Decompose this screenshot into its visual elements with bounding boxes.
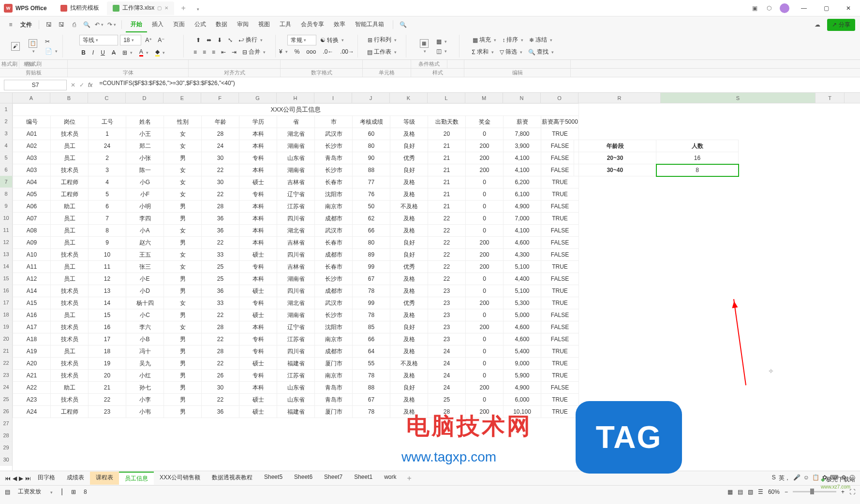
row-header-4[interactable]: 4	[0, 140, 12, 152]
tab-workbook[interactable]: 工作簿3.xlsx▢✕	[107, 1, 175, 15]
view-page-icon[interactable]: ▤	[738, 489, 743, 495]
row-header-12[interactable]: 12	[0, 236, 12, 248]
col-header-B[interactable]: B	[50, 93, 88, 103]
align-middle-button[interactable]: ⬌	[205, 35, 213, 45]
menu-file[interactable]: 文件	[17, 21, 35, 29]
emoji-icon[interactable]: ☺	[803, 474, 809, 482]
font-size-select[interactable]: 18	[120, 35, 141, 45]
gallery-icon[interactable]: ▣	[751, 4, 758, 12]
row-header-6[interactable]: 6	[0, 164, 12, 176]
row-header-15[interactable]: 15	[0, 273, 12, 285]
table-style-button[interactable]: ▦	[434, 37, 449, 46]
cell-style-button[interactable]: ◫	[434, 47, 449, 56]
align-bottom-button[interactable]: ⬇	[215, 35, 224, 45]
row-header-21[interactable]: 21	[0, 345, 12, 357]
sort-button[interactable]: ↕排序	[500, 35, 525, 45]
row-header-7[interactable]: 7	[0, 176, 12, 188]
sheet-tab-work[interactable]: work	[378, 472, 402, 485]
fill-button[interactable]: ▦填充	[471, 35, 498, 45]
underline-button[interactable]: U	[99, 47, 107, 58]
indent-inc-button[interactable]: ⇥	[230, 47, 238, 57]
col-header-T[interactable]: T	[816, 93, 845, 103]
merge-button[interactable]: ⊟合并	[240, 47, 267, 57]
cond-format-button[interactable]: ▦	[417, 38, 431, 55]
row-header-3[interactable]: 3	[0, 128, 12, 140]
menu-审阅[interactable]: 审阅	[232, 17, 253, 32]
row-header-13[interactable]: 13	[0, 248, 12, 260]
first-sheet-icon[interactable]: ⏮	[5, 475, 11, 482]
save-icon[interactable]: 🖫	[43, 19, 55, 30]
col-header-F[interactable]: F	[201, 93, 239, 103]
row-header-16[interactable]: 16	[0, 285, 12, 297]
cube-icon[interactable]: ⬡	[765, 4, 773, 12]
confirm-icon[interactable]: ✓	[79, 82, 84, 88]
decrease-font-button[interactable]: A⁻	[156, 35, 166, 45]
border-button[interactable]: ⊞	[120, 47, 134, 58]
share-button[interactable]: ↗分享	[827, 19, 855, 31]
view-break-icon[interactable]: ▧	[748, 489, 753, 495]
menu-工具[interactable]: 工具	[275, 17, 296, 32]
minimize-button[interactable]: —	[796, 5, 812, 12]
data-table[interactable]: XXX公司员工信息编号岗位工号姓名性别年龄学历省市考核成绩等级出勤天数奖金薪资薪…	[13, 103, 579, 418]
status-view-icon[interactable]: ⊞	[71, 489, 76, 495]
row-header-18[interactable]: 18	[0, 309, 12, 321]
col-header-E[interactable]: E	[163, 93, 201, 103]
col-header-O[interactable]: O	[541, 93, 578, 103]
row-header-27[interactable]: 27	[0, 418, 12, 430]
row-header-8[interactable]: 8	[0, 188, 12, 200]
row-header-2[interactable]: 2	[0, 115, 12, 128]
col-header-H[interactable]: H	[277, 93, 314, 103]
next-sheet-icon[interactable]: ▶	[19, 475, 23, 482]
row-header-10[interactable]: 10	[0, 212, 12, 224]
fx-icon[interactable]: fx	[88, 82, 92, 88]
format-painter-button[interactable]: 🖌	[8, 41, 23, 52]
sheet-tab-数据透视表教程[interactable]: 数据透视表教程	[206, 472, 258, 485]
menu-会员专享[interactable]: 会员专享	[296, 17, 329, 32]
row-header-9[interactable]: 9	[0, 200, 12, 212]
row-header-11[interactable]: 11	[0, 224, 12, 236]
row-header-26[interactable]: 26	[0, 405, 12, 418]
sheet-tab-Sheet6[interactable]: Sheet6	[288, 472, 318, 485]
col-header-M[interactable]: M	[465, 93, 503, 103]
col-header-G[interactable]: G	[239, 93, 277, 103]
zoom-out-button[interactable]: −	[785, 489, 788, 495]
row-header-20[interactable]: 20	[0, 333, 12, 345]
percent-button[interactable]: %	[293, 47, 302, 56]
comma-button[interactable]: ooo	[304, 47, 318, 56]
rowcol-button[interactable]: ⊞行和列	[366, 35, 399, 45]
tab-menu[interactable]	[191, 4, 204, 13]
align-top-button[interactable]: ⬆	[194, 35, 203, 45]
row-header-24[interactable]: 24	[0, 381, 12, 393]
decimal-dec-button[interactable]: .0←	[321, 47, 335, 56]
sum-button[interactable]: Σ求和	[470, 47, 495, 57]
select-all-corner[interactable]	[0, 93, 13, 103]
view-reading-icon[interactable]: ☰	[758, 489, 763, 495]
menu-页面[interactable]: 页面	[168, 17, 190, 32]
sheet-tab-XXX公司销售额[interactable]: XXX公司销售额	[154, 472, 206, 485]
avatar[interactable]	[780, 3, 789, 13]
menu-数据[interactable]: 数据	[211, 17, 232, 32]
align-left-button[interactable]: ≡	[192, 47, 199, 57]
maximize-icon[interactable]: ▢	[157, 5, 162, 11]
menu-智能工具箱[interactable]: 智能工具箱	[350, 17, 389, 32]
sheet-tab-田字格[interactable]: 田字格	[32, 472, 61, 485]
col-header-D[interactable]: D	[126, 93, 163, 103]
hamburger-icon[interactable]: ≡	[5, 19, 16, 30]
maximize-button[interactable]: ▢	[818, 5, 834, 12]
col-header-L[interactable]: L	[428, 93, 465, 103]
convert-button[interactable]: ☯转换	[318, 35, 346, 45]
lang-icon[interactable]: 英，	[779, 474, 790, 482]
save-as-icon[interactable]: 🖫	[56, 19, 67, 30]
menu-插入[interactable]: 插入	[147, 17, 168, 32]
row-header-29[interactable]: 29	[0, 442, 12, 454]
col-header-S[interactable]: S	[661, 93, 816, 103]
col-header-I[interactable]: I	[314, 93, 352, 103]
selected-cell[interactable]: 8	[656, 164, 739, 176]
redo-icon[interactable]: ↷	[106, 19, 118, 30]
close-button[interactable]: ✕	[841, 5, 856, 12]
sheet-tab-Sheet1[interactable]: Sheet1	[348, 472, 378, 485]
align-center-button[interactable]: ≡	[201, 47, 208, 57]
preview-icon[interactable]: 🔍	[81, 19, 92, 30]
ime-icon[interactable]: S	[772, 474, 776, 482]
find-button[interactable]: 🔍查找	[526, 47, 556, 57]
